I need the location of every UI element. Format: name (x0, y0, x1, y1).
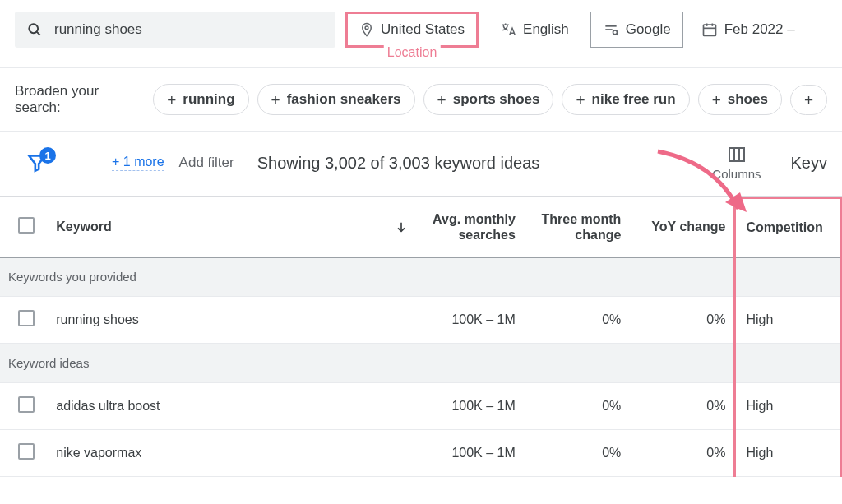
plus-icon: + (712, 92, 721, 108)
cell-yoy: 0% (629, 383, 735, 430)
cell-comp: High (735, 430, 841, 477)
cell-keyword[interactable]: adidas ultra boost (48, 383, 354, 430)
cell-three: 0% (524, 297, 630, 344)
cell-avg: 100K – 1M (354, 297, 524, 344)
col-three-month[interactable]: Three monthchange (524, 198, 630, 257)
svg-line-1 (37, 32, 40, 35)
cell-yoy: 0% (629, 430, 735, 477)
top-toolbar: United States Location English Google Fe… (0, 0, 842, 67)
more-filters-link[interactable]: + 1 more (112, 155, 164, 171)
cell-three: 0% (524, 430, 630, 477)
cell-avg: 100K – 1M (354, 430, 524, 477)
showing-text: Showing 3,002 of 3,003 keyword ideas (257, 154, 540, 173)
keyword-view-cut: Keyv (791, 154, 827, 173)
calendar-icon (701, 21, 718, 38)
broaden-pill[interactable]: +sports shoes (423, 84, 554, 115)
broaden-pill-more[interactable]: + (790, 85, 827, 115)
col-keyword[interactable]: Keyword (48, 198, 354, 257)
network-text: Google (626, 21, 671, 38)
plus-icon: + (576, 92, 585, 108)
filter-funnel[interactable]: 1 (26, 152, 48, 173)
broaden-pill[interactable]: +fashion sneakers (257, 84, 415, 115)
keyword-table: Keyword Avg. monthlysearches Three month… (0, 197, 842, 477)
columns-label: Columns (712, 167, 761, 181)
cell-avg: 100K – 1M (354, 383, 524, 430)
section-ideas: Keyword ideas (0, 344, 841, 383)
cell-comp: High (735, 383, 841, 430)
broaden-row: Broaden your search: +running +fashion s… (0, 68, 842, 131)
svg-rect-7 (703, 25, 715, 35)
location-annotation: Location (384, 45, 441, 60)
table-row: nike vapormax 100K – 1M 0% 0% High (0, 430, 841, 477)
location-pin-icon (359, 22, 374, 37)
col-yoy[interactable]: YoY change (629, 198, 735, 257)
cell-yoy: 0% (629, 297, 735, 344)
date-selector[interactable]: Feb 2022 – (693, 12, 803, 48)
network-selector[interactable]: Google (590, 12, 683, 48)
location-selector[interactable]: United States Location (345, 12, 479, 48)
row-checkbox[interactable] (18, 443, 35, 460)
columns-button[interactable]: Columns (712, 145, 761, 181)
plus-icon: + (271, 92, 280, 108)
svg-point-0 (29, 24, 38, 33)
filter-row: 1 + 1 more Add filter Showing 3,002 of 3… (0, 132, 842, 197)
broaden-label: Broaden your search: (15, 83, 140, 116)
location-text: United States (381, 21, 465, 38)
search-icon (26, 21, 43, 38)
search-input[interactable] (43, 21, 324, 38)
row-checkbox[interactable] (18, 310, 35, 326)
columns-icon (727, 145, 747, 164)
select-all-checkbox[interactable] (18, 217, 35, 234)
svg-rect-11 (729, 148, 744, 161)
add-filter-button[interactable]: Add filter (179, 155, 234, 171)
svg-line-6 (616, 34, 618, 35)
date-text: Feb 2022 – (724, 21, 795, 38)
cell-keyword[interactable]: running shoes (48, 297, 354, 344)
network-icon (603, 21, 619, 38)
svg-point-2 (365, 26, 368, 30)
cell-comp: High (735, 297, 841, 344)
language-selector[interactable]: English (488, 12, 581, 48)
cell-three: 0% (524, 383, 630, 430)
filter-count-badge: 1 (39, 147, 56, 164)
section-provided: Keywords you provided (0, 257, 841, 297)
col-competition[interactable]: Competition (735, 198, 841, 257)
row-checkbox[interactable] (18, 396, 35, 413)
table-row: adidas ultra boost 100K – 1M 0% 0% High (0, 383, 841, 430)
language-text: English (523, 21, 569, 38)
plus-icon: + (437, 92, 446, 108)
translate-icon (500, 21, 516, 38)
sort-down-icon (395, 220, 408, 234)
broaden-pill[interactable]: +shoes (698, 84, 782, 115)
cell-keyword[interactable]: nike vapormax (48, 430, 354, 477)
plus-icon: + (167, 92, 176, 108)
broaden-pill[interactable]: +nike free run (562, 84, 689, 115)
broaden-pill[interactable]: +running (153, 84, 248, 115)
table-row: running shoes 100K – 1M 0% 0% High (0, 297, 841, 344)
plus-icon: + (804, 92, 813, 108)
col-avg-searches[interactable]: Avg. monthlysearches (354, 198, 524, 257)
search-box[interactable] (15, 12, 335, 48)
table-header-row: Keyword Avg. monthlysearches Three month… (0, 198, 841, 257)
